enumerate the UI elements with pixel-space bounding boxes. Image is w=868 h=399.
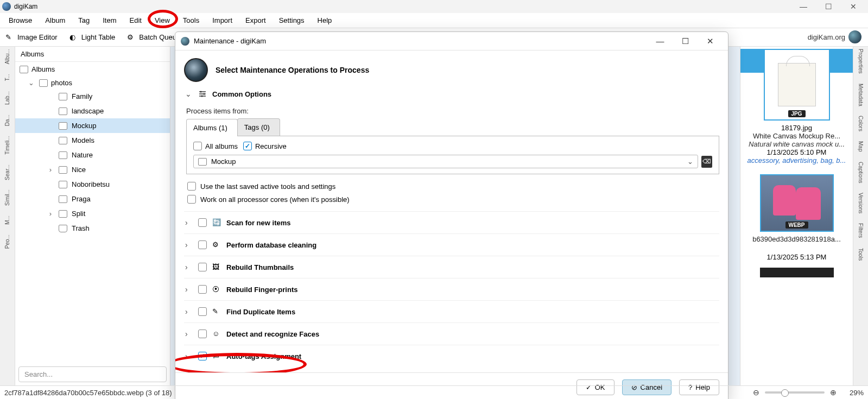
chevron-right-icon[interactable] (185, 352, 193, 360)
window-min-button[interactable]: ― (791, 0, 816, 13)
center-area: Maintenance - digiKam ― ☐ ✕ Select Maint… (170, 47, 740, 385)
right-tab-colors[interactable]: Colors (858, 116, 864, 131)
menu-help[interactable]: Help (311, 14, 339, 27)
thumbnail-2[interactable]: WEBP (760, 174, 834, 232)
tool-image-editor[interactable]: ✎Image Editor (5, 33, 58, 42)
tab-tags[interactable]: Tags (0) (237, 118, 280, 136)
right-tab-tools[interactable]: Tools (858, 248, 864, 261)
album-mockup[interactable]: ›Mockup (15, 118, 170, 133)
thumb1-desc: White Canvas Mockup Re... (743, 132, 851, 140)
left-tab-da[interactable]: Da... (4, 115, 10, 126)
album-label: Noboribetsu (72, 180, 110, 188)
left-tab-sear[interactable]: Sear... (4, 164, 10, 180)
right-tab-properties[interactable]: Properties (858, 49, 864, 74)
albums-icon (20, 66, 28, 73)
menu-album[interactable]: Album (39, 14, 72, 27)
album-family[interactable]: ›Family (15, 89, 170, 104)
sidebar-root[interactable]: Albums (15, 62, 170, 77)
chevron-right-icon[interactable]: › (47, 166, 54, 174)
chevron-down-icon[interactable] (185, 90, 193, 98)
thumbnail-1[interactable]: JPG (764, 49, 830, 121)
album-models[interactable]: ›Models (15, 133, 170, 148)
left-tab-m[interactable]: M... (4, 216, 10, 225)
zoom-in-icon[interactable]: ⊕ (830, 388, 837, 397)
right-tab-filters[interactable]: Filters (858, 223, 864, 238)
window-title-bar: digiKam ― ☐ ✕ (0, 0, 868, 13)
menu-tools[interactable]: Tools (176, 14, 206, 27)
chevron-right-icon[interactable]: › (47, 210, 54, 218)
album-dropdown[interactable]: Mockup ⌄ (193, 155, 698, 168)
op-label: Detect and recognize Faces (226, 330, 319, 338)
album-split[interactable]: ›Split (15, 206, 170, 221)
menu-view[interactable]: View (148, 14, 176, 27)
left-tab-peo[interactable]: Peo... (4, 235, 10, 249)
folder-icon (59, 195, 67, 203)
lens-icon (184, 58, 208, 82)
dialog-min-button[interactable]: ― (648, 36, 673, 46)
menu-export[interactable]: Export (239, 14, 273, 27)
album-landscape[interactable]: ›landscape (15, 104, 170, 118)
album-label: Family (72, 92, 92, 100)
menu-edit[interactable]: Edit (123, 14, 148, 27)
recursive-label: Recursive (255, 142, 287, 150)
zoom-slider[interactable] (765, 391, 825, 394)
chevron-right-icon[interactable] (185, 285, 193, 294)
thumb1-desc2: Natural white canvas mock u... (743, 140, 851, 148)
menu-tag[interactable]: Tag (72, 14, 96, 27)
menu-browse[interactable]: Browse (2, 14, 39, 27)
thumbnail-3[interactable] (760, 268, 834, 277)
checkbox-all-albums[interactable] (193, 142, 202, 150)
zoom-out-icon[interactable]: ⊖ (753, 388, 759, 397)
right-tab-map[interactable]: Map (858, 141, 864, 151)
right-tab-versions[interactable]: Versions (858, 193, 864, 213)
dialog-max-button[interactable]: ☐ (673, 36, 698, 46)
checkbox-op[interactable] (198, 285, 207, 294)
left-tab-t[interactable]: T... (4, 74, 10, 81)
left-tab-timeli[interactable]: Timeli... (4, 136, 10, 155)
chevron-right-icon[interactable] (185, 218, 193, 227)
chevron-right-icon[interactable] (185, 240, 193, 249)
checkbox-last-saved[interactable] (187, 182, 196, 191)
chevron-right-icon[interactable] (185, 330, 193, 338)
album-nature[interactable]: ›Nature (15, 148, 170, 162)
right-tab-metadata[interactable]: Metadata (858, 84, 864, 106)
album-trash[interactable]: ›Trash (15, 221, 170, 236)
left-tab-simil[interactable]: Simil... (4, 189, 10, 206)
checkbox-op[interactable] (198, 330, 207, 338)
folder-icon (198, 158, 207, 166)
window-close-button[interactable]: ✕ (841, 0, 866, 13)
sidebar-photos[interactable]: ⌄ photos (15, 77, 170, 89)
tab-albums[interactable]: Albums (1) (186, 119, 238, 136)
op-label: Auto-tags Assignment (226, 352, 301, 360)
menu-item[interactable]: Item (96, 14, 123, 27)
clear-album-button[interactable]: ⌫ (701, 156, 712, 168)
album-noboribetsu[interactable]: ›Noboribetsu (15, 177, 170, 192)
tool-batch-queue[interactable]: ⚙Batch Queue (127, 33, 180, 42)
menu-settings[interactable]: Settings (273, 14, 311, 27)
menu-import[interactable]: Import (206, 14, 239, 27)
checkbox-op[interactable] (198, 307, 207, 316)
checkbox-all-cores[interactable] (187, 195, 196, 204)
checkbox-op[interactable] (198, 218, 207, 227)
tool-light-table[interactable]: ◐Light Table (69, 33, 116, 42)
op-icon: ☺ (212, 330, 221, 338)
opt-all-cores-label: Work on all processor cores (when it's p… (200, 195, 350, 204)
album-label: Models (72, 136, 94, 144)
chevron-right-icon[interactable] (185, 307, 193, 316)
search-input[interactable]: Search... (18, 366, 167, 382)
preview-panel: JPG 18179.jpg White Canvas Mockup Re... … (740, 47, 853, 385)
op-detect-and-recognize-faces: ☺Detect and recognize Faces (184, 322, 719, 345)
right-tab-captions[interactable]: Captions (858, 162, 864, 183)
chevron-right-icon[interactable] (185, 263, 193, 271)
op-scan-for-new-items: 🔄Scan for new items (184, 211, 719, 233)
left-tab-lab[interactable]: Lab... (4, 91, 10, 105)
left-tab-albu[interactable]: Albu... (4, 49, 10, 64)
album-praga[interactable]: ›Praga (15, 192, 170, 206)
checkbox-op[interactable] (198, 352, 207, 360)
window-max-button[interactable]: ☐ (816, 0, 841, 13)
album-nice[interactable]: ›Nice (15, 162, 170, 177)
dialog-close-button[interactable]: ✕ (698, 36, 723, 46)
checkbox-recursive[interactable] (243, 142, 252, 150)
checkbox-op[interactable] (198, 240, 207, 249)
checkbox-op[interactable] (198, 263, 207, 271)
